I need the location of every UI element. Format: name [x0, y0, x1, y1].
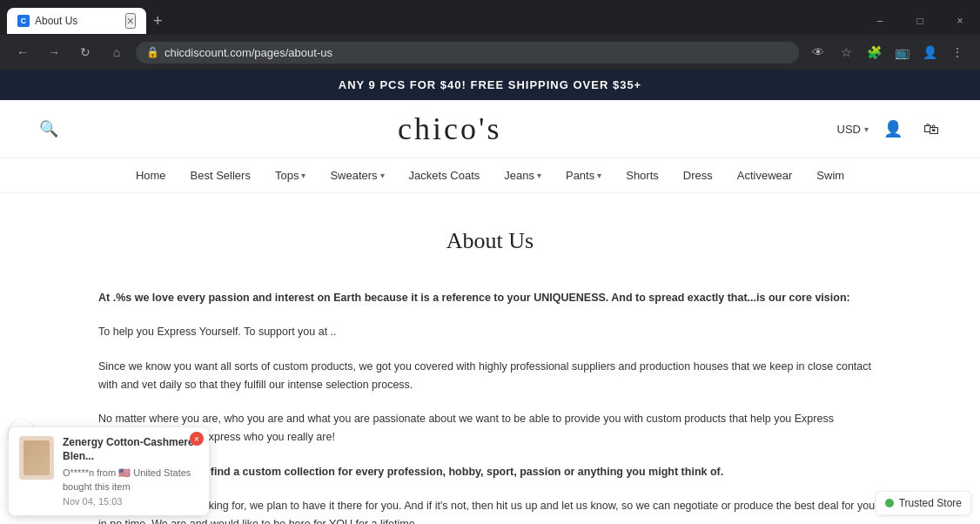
account-icon[interactable]: 👤 [879, 115, 907, 143]
about-para-6: So whatever you're looking for, we plan … [98, 497, 882, 524]
popup-close-button[interactable]: × [190, 432, 204, 446]
minimize-button[interactable]: – [860, 7, 900, 35]
address-text: chicdiscount.com/pages/about-us [164, 46, 332, 59]
popup-timestamp: Nov 04, 15:03 [63, 496, 198, 507]
forward-button[interactable]: → [42, 40, 66, 64]
chevron-down-icon: ▾ [301, 171, 305, 180]
active-tab[interactable]: C About Us × [7, 8, 146, 34]
about-para-1: At .%s we love every passion and interes… [98, 289, 882, 307]
about-us-text: At .%s we love every passion and interes… [98, 289, 882, 524]
popup-product-title: Zenergy Cotton-Cashmere Blen... [63, 436, 198, 463]
tab-close-button[interactable]: × [125, 13, 136, 29]
nav-item-jackets-coats[interactable]: Jackets Coats [409, 169, 480, 182]
chevron-down-icon: ▾ [380, 171, 385, 180]
popup-product-image [19, 436, 54, 480]
popup-text-content: Zenergy Cotton-Cashmere Blen... O*****n … [63, 436, 198, 507]
nav-item-best-sellers[interactable]: Best Sellers [191, 169, 251, 182]
tab-title: About Us [35, 15, 118, 27]
promo-banner: ANY 9 PCS FOR $40! FREE SHIPPING OVER $3… [0, 70, 980, 100]
site-header: 🔍 chico's USD ▾ 👤 🛍 [0, 100, 980, 158]
popup-buyer-info: O*****n from 🇺🇸 United States bought thi… [63, 467, 198, 494]
about-para-3: Since we know you want all sorts of cust… [98, 358, 882, 395]
cast-icon[interactable]: 📺 [889, 40, 914, 64]
extensions-icon[interactable]: 🧩 [862, 40, 886, 64]
nav-item-tops[interactable]: Tops ▾ [275, 169, 305, 182]
about-para-2: To help you Express Yourself. To support… [98, 323, 882, 341]
star-icon[interactable]: ☆ [834, 40, 858, 64]
header-left: 🔍 [35, 115, 63, 143]
cart-icon[interactable]: 🛍 [917, 115, 945, 143]
about-para-4: No matter where you are, who you are and… [98, 410, 882, 447]
chevron-down-icon: ▾ [597, 171, 601, 180]
back-button[interactable]: ← [10, 40, 35, 64]
about-para-5: That's why in. you will find a custom co… [98, 463, 882, 481]
nav-item-sweaters[interactable]: Sweaters ▾ [330, 169, 384, 182]
purchase-popup: × Zenergy Cotton-Cashmere Blen... O*****… [9, 427, 209, 515]
nav-item-swim[interactable]: Swim [816, 169, 844, 182]
nav-item-dress[interactable]: Dress [683, 169, 713, 182]
page-title: About Us [70, 228, 910, 254]
currency-selector[interactable]: USD ▾ [837, 123, 869, 136]
popup-flag: 🇺🇸 [118, 467, 131, 478]
window-controls: – □ × [860, 7, 980, 35]
header-right: USD ▾ 👤 🛍 [837, 115, 945, 143]
trusted-store-badge: Trusted Store [876, 491, 971, 515]
nav-item-pants[interactable]: Pants ▾ [566, 169, 601, 182]
browser-chrome: C About Us × + – □ × ← → ↻ ⌂ 🔒 chicdisco… [0, 0, 980, 70]
nav-item-shorts[interactable]: Shorts [626, 169, 659, 182]
browser-toolbar-icons: 👁 ☆ 🧩 📺 👤 ⋮ [806, 40, 970, 64]
eye-slash-icon[interactable]: 👁 [806, 40, 830, 64]
header-center: chico's [63, 111, 837, 147]
new-tab-button[interactable]: + [146, 9, 170, 34]
close-button[interactable]: × [940, 7, 980, 35]
address-input[interactable]: 🔒 chicdiscount.com/pages/about-us [136, 42, 799, 64]
site-logo: chico's [63, 111, 837, 147]
trusted-dot-icon [885, 499, 894, 507]
chevron-down-icon: ▾ [864, 124, 869, 134]
reload-button[interactable]: ↻ [73, 40, 97, 64]
profile-icon[interactable]: 👤 [917, 40, 942, 64]
home-button[interactable]: ⌂ [104, 40, 129, 64]
search-button[interactable]: 🔍 [35, 115, 63, 143]
tab-favicon: C [17, 15, 30, 27]
nav-item-jeans[interactable]: Jeans ▾ [504, 169, 541, 182]
maximize-button[interactable]: □ [900, 7, 940, 35]
address-bar: ← → ↻ ⌂ 🔒 chicdiscount.com/pages/about-u… [0, 35, 980, 70]
menu-icon[interactable]: ⋮ [945, 40, 970, 64]
nav-item-activewear[interactable]: Activewear [737, 169, 793, 182]
nav-item-home[interactable]: Home [136, 169, 166, 182]
main-navigation: Home Best Sellers Tops ▾ Sweaters ▾ Jack… [0, 158, 980, 193]
chevron-down-icon: ▾ [537, 171, 541, 180]
